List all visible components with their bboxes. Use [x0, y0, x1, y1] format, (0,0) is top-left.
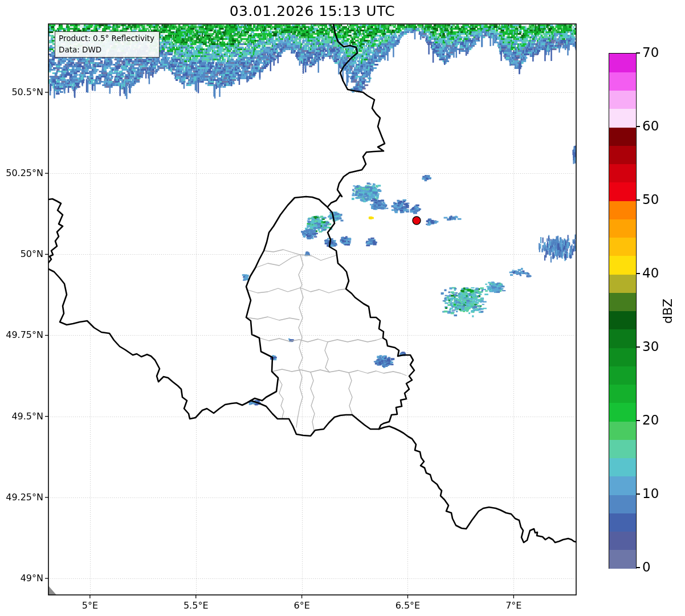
y-tick-label-1: 50.25°N — [0, 168, 43, 178]
colorbar-segment-30dbz — [609, 329, 636, 348]
colorbar-segment-35dbz — [609, 292, 636, 311]
colorbar-tick-label-60: 60 — [642, 119, 659, 133]
colorbar-tick-label-20: 20 — [642, 413, 659, 427]
colorbar-segment-17.5dbz — [609, 421, 636, 440]
colorbar-tick-mark-20 — [636, 420, 640, 421]
colorbar-tick-mark-40 — [636, 273, 640, 274]
colorbar-segment-47.5dbz — [609, 201, 636, 219]
colorbar-tick-label-50: 50 — [642, 192, 659, 207]
figure-title: 03.01.2026 15:13 UTC — [48, 3, 576, 19]
colorbar-segment-50dbz — [609, 182, 636, 201]
y-tick-label-4: 49.5°N — [0, 411, 43, 422]
colorbar-unit-label: dBZ — [660, 298, 675, 323]
colorbar-segment-42.5dbz — [609, 238, 636, 256]
colorbar-segment-52.5dbz — [609, 164, 636, 183]
colorbar-segment-0dbz — [609, 550, 636, 569]
data-source-label: Data: DWD — [59, 44, 154, 56]
colorbar-tick-label-0: 0 — [642, 560, 651, 574]
radar-figure: 03.01.2026 15:13 UTC Product: 0.5° Refle… — [0, 0, 685, 616]
colorbar-segment-22.5dbz — [609, 385, 636, 403]
x-tick-label-0: 5°E — [82, 600, 98, 611]
x-tick-label-1: 5.5°E — [184, 600, 209, 611]
colorbar-tick-mark-30 — [636, 346, 640, 348]
colorbar-tick-label-40: 40 — [642, 266, 659, 280]
colorbar-segment-65dbz — [609, 72, 636, 91]
colorbar-segment-7.5dbz — [609, 495, 636, 513]
y-tick-label-0: 50.5°N — [0, 87, 43, 97]
colorbar-tick-mark-10 — [636, 493, 640, 495]
colorbar-segment-60dbz — [609, 109, 636, 128]
colorbar-segment-37.5dbz — [609, 274, 636, 293]
y-tick-label-6: 49°N — [0, 573, 43, 584]
colorbar-segment-12.5dbz — [609, 458, 636, 477]
colorbar-tick-mark-50 — [636, 199, 640, 201]
y-tick-label-3: 49.75°N — [0, 330, 43, 341]
product-label: Product: 0.5° Reflectivity — [59, 33, 154, 44]
colorbar-segment-32.5dbz — [609, 311, 636, 330]
colorbar-tick-label-10: 10 — [642, 486, 659, 501]
y-tick-label-2: 50°N — [0, 248, 43, 259]
colorbar-tick-label-70: 70 — [642, 45, 659, 60]
colorbar-segment-10dbz — [609, 476, 636, 495]
colorbar-tick-label-30: 30 — [642, 339, 659, 354]
x-tick-label-4: 7°E — [505, 600, 521, 611]
colorbar-tick-mark-70 — [636, 52, 640, 54]
colorbar-segment-2.5dbz — [609, 532, 636, 550]
radar-echo-canvas — [0, 0, 685, 616]
colorbar-segment-5dbz — [609, 513, 636, 532]
colorbar-tick-mark-0 — [636, 567, 640, 568]
y-tick-label-5: 49.25°N — [0, 492, 43, 503]
colorbar — [609, 53, 637, 569]
colorbar-segment-25dbz — [609, 366, 636, 385]
product-info-box: Product: 0.5° Reflectivity Data: DWD — [55, 31, 160, 58]
colorbar-segment-20dbz — [609, 403, 636, 422]
colorbar-segment-15dbz — [609, 439, 636, 458]
colorbar-segment-27.5dbz — [609, 348, 636, 366]
colorbar-segment-57.5dbz — [609, 127, 636, 146]
colorbar-segment-40dbz — [609, 256, 636, 275]
x-tick-label-3: 6.5°E — [395, 600, 421, 611]
colorbar-segment-45dbz — [609, 219, 636, 238]
colorbar-segment-67.5dbz — [609, 54, 636, 72]
colorbar-segment-55dbz — [609, 145, 636, 164]
colorbar-tick-mark-60 — [636, 126, 640, 127]
colorbar-segment-62.5dbz — [609, 91, 636, 109]
x-tick-label-2: 6°E — [293, 600, 309, 611]
